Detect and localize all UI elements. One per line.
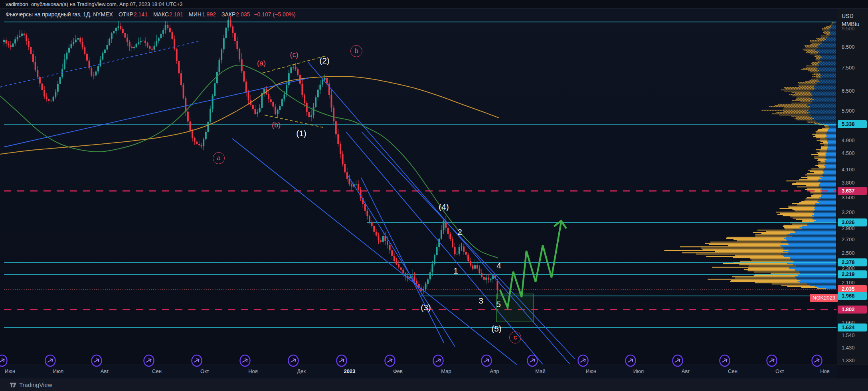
legend-row: Фьючерсы на природный газ, 1Д, NYMEXОТКР… <box>6 11 296 20</box>
price-label-3.200: 3.200 <box>842 208 855 216</box>
month-label-Июн: Июн <box>5 368 15 374</box>
target-box <box>496 294 534 322</box>
month-label-Июл: Июл <box>633 368 644 374</box>
unit-measure: MMBtu <box>842 20 859 28</box>
legend-field: ЗАКР2.035 <box>221 11 250 18</box>
price-label-7.500: 7.500 <box>842 64 855 72</box>
wave-label-4[interactable]: 4 <box>496 261 501 270</box>
price-label-4.900: 4.900 <box>842 137 855 145</box>
wave-label-a[interactable]: a <box>213 152 225 164</box>
price-label-1.430: 1.430 <box>842 344 855 352</box>
price-label-1.968: 1.968 <box>838 292 867 300</box>
legend-field: МИН1.992 <box>189 11 216 18</box>
tradingview-snapshot: vadimbon опубликовал(а) на TradingView.c… <box>0 0 868 391</box>
publisher-username[interactable]: vadimbon <box>6 1 28 7</box>
month-label-Ноя: Ноя <box>248 368 258 374</box>
month-label-Сен: Сен <box>152 368 162 374</box>
wave-label-p2p[interactable]: (2) <box>319 56 330 65</box>
price-label-2.500: 2.500 <box>842 249 855 257</box>
wave-label-p3p[interactable]: (3) <box>421 303 431 312</box>
month-label-Окт: Окт <box>775 368 784 374</box>
price-label-1.802: 1.802 <box>838 306 867 314</box>
month-label-Ноя: Ноя <box>820 368 830 374</box>
wave-label-3[interactable]: 3 <box>478 296 483 306</box>
ma-slow-line <box>0 76 499 154</box>
brand-name[interactable]: TradingView <box>19 381 52 388</box>
wave-label-pap[interactable]: (a) <box>257 59 266 67</box>
month-label-Апр: Апр <box>490 368 499 374</box>
legend-field: ОТКР2.141 <box>119 11 148 18</box>
tradingview-logo[interactable] <box>10 382 17 390</box>
footer-bar: TradingView <box>0 379 868 391</box>
contract-label: NGK2023 <box>810 294 838 302</box>
wave-label-2[interactable]: 2 <box>457 227 462 237</box>
wave-label-c[interactable]: c <box>509 331 521 343</box>
month-label-Авг: Авг <box>682 368 690 374</box>
price-label-3.500: 3.500 <box>842 194 855 202</box>
price-label-1.330: 1.330 <box>842 357 855 365</box>
wave-label-pbp[interactable]: (b) <box>272 121 281 129</box>
month-label-Окт: Окт <box>200 368 209 374</box>
chart-area[interactable]: Фьючерсы на природный газ, 1Д, NYMEXОТКР… <box>0 9 837 365</box>
month-label-Авг: Авг <box>101 368 109 374</box>
price-label-5.900: 5.900 <box>842 107 855 115</box>
price-axis[interactable]: USD MMBtu 9.5008.5007.5006.5005.9005.338… <box>837 9 868 365</box>
wave-label-b[interactable]: b <box>350 45 362 57</box>
month-label-Мар: Мар <box>441 368 451 374</box>
legend-field: МАКС2.181 <box>153 11 183 18</box>
change-value: −0.107 (−5.00%) <box>254 11 295 18</box>
wave-label-1[interactable]: 1 <box>453 266 458 276</box>
volume-profile <box>664 22 836 289</box>
price-label-2.700: 2.700 <box>842 236 855 244</box>
legend-value: 2.141 <box>134 11 148 18</box>
publish-info: опубликовал(а) на TradingView.com, Апр 0… <box>31 1 182 7</box>
axis-separator-horizontal <box>0 365 868 365</box>
price-label-1.540: 1.540 <box>842 331 855 339</box>
legend-value: 2.181 <box>169 11 183 18</box>
price-label-2.900: 2.900 <box>842 224 855 232</box>
month-label-2023: 2023 <box>344 368 356 374</box>
axis-separator-vertical <box>837 9 837 379</box>
price-label-4.500: 4.500 <box>842 149 855 157</box>
month-label-Май: Май <box>535 368 545 374</box>
price-label-6.500: 6.500 <box>842 87 855 95</box>
legend-value: 2.035 <box>236 11 250 18</box>
price-unit: USD MMBtu <box>842 12 859 28</box>
wave-label-5[interactable]: 5 <box>496 300 501 309</box>
price-label-5.338: 5.338 <box>838 120 867 128</box>
title-bar: vadimbon опубликовал(а) на TradingView.c… <box>0 0 868 9</box>
legend-value: 1.992 <box>202 11 216 18</box>
price-label-2.219: 2.219 <box>838 270 867 278</box>
wave-label-p1p[interactable]: (1) <box>296 129 306 138</box>
symbol-title[interactable]: Фьючерсы на природный газ, 1Д, NYMEX <box>6 11 113 18</box>
unit-currency: USD <box>842 12 859 20</box>
chart-canvas[interactable] <box>0 9 837 365</box>
price-label-8.500: 8.500 <box>842 43 855 51</box>
price-label-4.100: 4.100 <box>842 166 855 174</box>
price-label-3.800: 3.800 <box>842 179 855 187</box>
wave-label-p4p[interactable]: (4) <box>439 202 449 212</box>
horizontal-levels <box>4 22 836 327</box>
wave-label-p5p[interactable]: (5) <box>491 324 502 333</box>
price-label-1.624: 1.624 <box>838 324 867 331</box>
month-label-Июл: Июл <box>53 368 63 374</box>
month-label-Июн: Июн <box>586 368 596 374</box>
month-label-Сен: Сен <box>728 368 738 374</box>
wave-label-pcp[interactable]: (c) <box>290 51 299 59</box>
month-label-Фев: Фев <box>393 368 403 374</box>
time-axis[interactable]: ИюнИюлАвгСенОктНояДек2023ФевМарАпрМайИюн… <box>0 365 837 379</box>
month-label-Дек: Дек <box>297 368 306 374</box>
candles <box>3 16 498 299</box>
